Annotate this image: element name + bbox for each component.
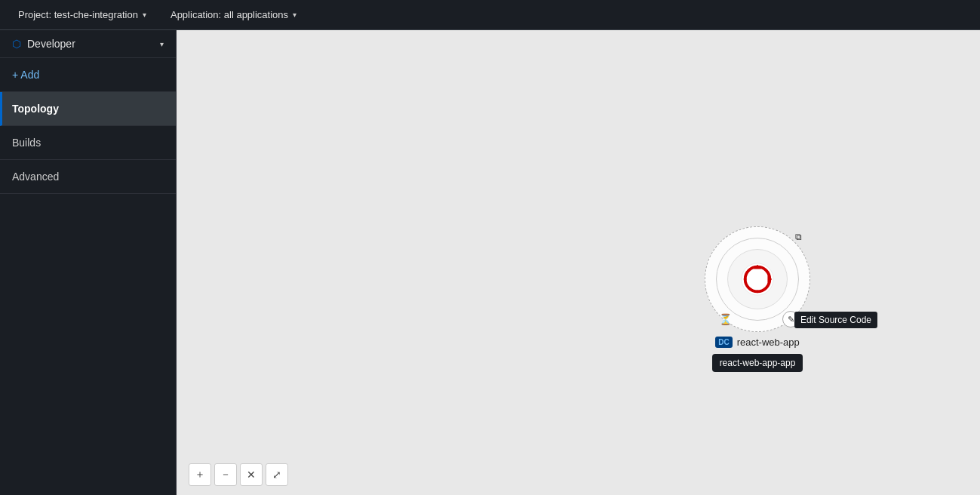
main-layout: ⬡ Developer ▾ + Add Topology Builds Adva… [0, 30, 980, 495]
top-bar: Project: test-che-integration ▾ Applicat… [0, 0, 980, 30]
edit-source-code-tooltip: Edit Source Code [794, 312, 877, 328]
sidebar-header-chevron-icon: ▾ [160, 40, 164, 48]
zoom-in-icon: ＋ [195, 468, 205, 481]
sidebar-item-topology[interactable]: Topology [0, 92, 176, 126]
build-status-icon[interactable]: ⏳ [719, 313, 732, 325]
project-label: Project: test-che-integration [18, 9, 138, 20]
fit-to-screen-button[interactable]: ⤢ [266, 463, 288, 486]
developer-label: Developer [27, 38, 75, 50]
edit-source-code-icon[interactable]: ✎ Edit Source Code [782, 311, 799, 327]
fit-icon: ⤢ [272, 469, 281, 481]
node-app-name: react-web-app [737, 337, 800, 348]
node-inner-rings [716, 238, 799, 321]
topology-canvas: ⧉ [177, 30, 980, 495]
dc-badge: DC [715, 337, 732, 348]
topology-area: ⧉ [177, 30, 980, 495]
reset-view-button[interactable]: ✕ [240, 463, 263, 486]
application-chevron-icon: ▾ [293, 11, 296, 19]
zoom-out-icon: － [220, 468, 231, 481]
topology-node[interactable]: ⧉ [705, 226, 810, 372]
developer-label-group: ⬡ Developer [12, 38, 75, 50]
sidebar-item-advanced[interactable]: Advanced [0, 160, 176, 194]
application-label: Application: all applications [171, 9, 288, 20]
sidebar-add-button[interactable]: + Add [0, 58, 176, 92]
node-popup-label: react-web-app-app [712, 354, 803, 372]
reset-icon: ✕ [247, 469, 256, 481]
node-outer-ring: ⧉ [705, 226, 810, 332]
project-chevron-icon: ▾ [143, 11, 146, 19]
zoom-in-button[interactable]: ＋ [189, 463, 211, 486]
code-icon: ⬡ [12, 38, 21, 50]
sidebar: ⬡ Developer ▾ + Add Topology Builds Adva… [0, 30, 177, 495]
application-dropdown[interactable]: Application: all applications ▾ [164, 6, 303, 23]
zoom-out-button[interactable]: － [214, 463, 237, 486]
canvas-toolbar: ＋ － ✕ ⤢ [189, 463, 288, 486]
external-link-icon[interactable]: ⧉ [795, 232, 802, 242]
sidebar-developer-header[interactable]: ⬡ Developer ▾ [0, 30, 176, 58]
node-label-row: DC react-web-app [715, 337, 800, 348]
project-dropdown[interactable]: Project: test-che-integration ▾ [12, 6, 152, 23]
openshift-icon [739, 261, 776, 297]
sidebar-item-builds[interactable]: Builds [0, 126, 176, 160]
node-core [727, 249, 788, 309]
